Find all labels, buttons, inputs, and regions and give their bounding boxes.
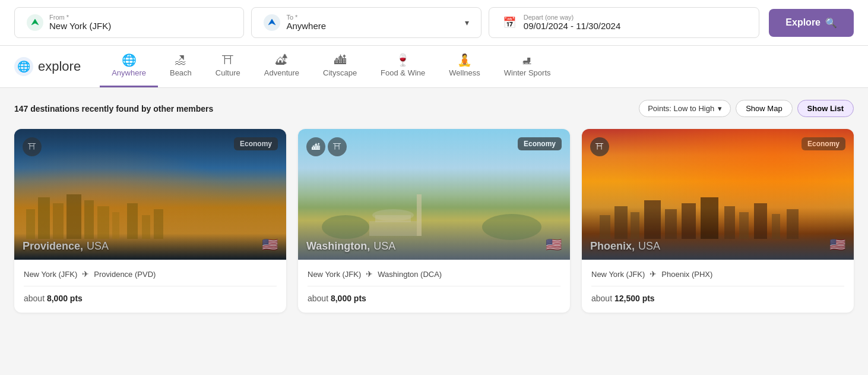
from-field[interactable]: From * New York (JFK) bbox=[14, 7, 244, 38]
anywhere-icon: 🌐 bbox=[122, 54, 137, 66]
sort-dropdown[interactable]: Points: Low to High ▾ bbox=[639, 100, 731, 117]
show-list-button[interactable]: Show List bbox=[797, 100, 854, 117]
providence-city: Providence, bbox=[23, 240, 83, 253]
explore-button[interactable]: Explore 🔍 bbox=[769, 9, 854, 37]
date-label: Depart (one way) bbox=[524, 14, 747, 21]
show-map-button[interactable]: Show Map bbox=[736, 100, 792, 117]
svg-rect-19 bbox=[600, 215, 610, 239]
tab-winter-sports[interactable]: ⛸ Winter Sports bbox=[492, 46, 563, 87]
adventure-icon: 🏕 bbox=[275, 54, 287, 66]
beach-icon: 🏖 bbox=[175, 54, 186, 66]
route-arrow-washington: ✈ bbox=[366, 269, 373, 279]
card-type-icon-washington-2: ⛩ bbox=[328, 137, 347, 156]
tab-anywhere[interactable]: 🌐 Anywhere bbox=[100, 46, 158, 87]
points-phoenix: about 12,500 pts bbox=[591, 294, 844, 303]
route-to-washington: Washington (DCA) bbox=[378, 270, 442, 279]
points-value-phoenix: 12,500 pts bbox=[614, 294, 655, 303]
card-body-phoenix: New York (JFK) ✈ Phoenix (PHX) about 12,… bbox=[582, 260, 854, 313]
tab-beach-label: Beach bbox=[170, 68, 192, 77]
tab-beach[interactable]: 🏖 Beach bbox=[158, 46, 204, 87]
route-from-phoenix: New York (JFK) bbox=[591, 270, 645, 279]
route-from-providence: New York (JFK) bbox=[24, 270, 77, 279]
card-destination-phoenix: Phoenix, USA bbox=[590, 240, 660, 253]
svg-rect-23 bbox=[665, 209, 677, 239]
svg-rect-6 bbox=[84, 200, 94, 239]
tab-food-wine[interactable]: 🍷 Food & Wine bbox=[369, 46, 437, 87]
points-providence: about 8,000 pts bbox=[24, 294, 277, 303]
svg-point-14 bbox=[322, 215, 369, 239]
route-washington: New York (JFK) ✈ Washington (DCA) bbox=[308, 269, 560, 286]
from-value: New York (JFK) bbox=[49, 21, 111, 31]
tab-anywhere-label: Anywhere bbox=[112, 68, 146, 77]
svg-rect-21 bbox=[631, 212, 639, 239]
tab-wellness[interactable]: 🧘 Wellness bbox=[437, 46, 492, 87]
cityscape-icon: 🏙 bbox=[334, 54, 346, 66]
svg-rect-8 bbox=[112, 212, 119, 239]
providence-flag: 🇺🇸 bbox=[262, 237, 278, 253]
to-content: To * Anywhere bbox=[286, 14, 454, 31]
svg-rect-10 bbox=[142, 215, 150, 239]
svg-rect-9 bbox=[127, 203, 138, 239]
route-arrow-providence: ✈ bbox=[82, 269, 89, 279]
svg-rect-22 bbox=[644, 200, 661, 239]
svg-rect-4 bbox=[53, 203, 64, 239]
svg-rect-2 bbox=[26, 209, 35, 239]
svg-marker-1 bbox=[268, 19, 275, 25]
route-from-washington: New York (JFK) bbox=[308, 270, 361, 279]
tab-cityscape[interactable]: 🏙 Cityscape bbox=[311, 46, 369, 87]
svg-rect-27 bbox=[739, 212, 749, 239]
tab-culture-label: Culture bbox=[216, 68, 240, 77]
cards-grid: ⛩ Economy Providence, USA 🇺🇸 New York (J… bbox=[14, 129, 854, 313]
card-destination-washington: Washington, USA bbox=[306, 240, 395, 253]
nav-logo: 🌐 explore bbox=[14, 48, 81, 86]
to-icon bbox=[264, 14, 280, 31]
tab-adventure-label: Adventure bbox=[264, 68, 299, 77]
card-badge-washington: Economy bbox=[518, 137, 562, 150]
route-arrow-phoenix: ✈ bbox=[650, 269, 657, 279]
svg-rect-12 bbox=[417, 194, 422, 236]
route-to-phoenix: Phoenix (PHX) bbox=[661, 270, 712, 279]
svg-rect-11 bbox=[154, 209, 163, 239]
svg-rect-29 bbox=[772, 214, 780, 239]
card-badge-providence: Economy bbox=[234, 137, 278, 150]
card-body-providence: New York (JFK) ✈ Providence (PVD) about … bbox=[14, 260, 286, 313]
route-phoenix: New York (JFK) ✈ Phoenix (PHX) bbox=[591, 269, 844, 286]
date-value: 09/01/2024 - 11/30/2024 bbox=[524, 21, 620, 31]
food-wine-icon: 🍷 bbox=[395, 54, 410, 66]
destination-card-phoenix[interactable]: ⛩ Economy Phoenix, USA 🇺🇸 New York (JFK)… bbox=[582, 129, 854, 313]
globe-icon: 🌐 bbox=[14, 57, 33, 76]
svg-rect-25 bbox=[701, 197, 718, 239]
to-field[interactable]: To * Anywhere ▾ bbox=[251, 7, 481, 38]
tab-culture[interactable]: ⛩ Culture bbox=[204, 46, 252, 87]
card-type-icon-phoenix: ⛩ bbox=[590, 137, 609, 156]
card-body-washington: New York (JFK) ✈ Washington (DCA) about … bbox=[298, 260, 570, 313]
from-label: From * bbox=[49, 14, 232, 21]
svg-rect-7 bbox=[97, 206, 109, 239]
tab-winter-sports-label: Winter Sports bbox=[504, 68, 551, 77]
points-prefix-washington: about bbox=[308, 294, 331, 303]
to-dropdown-arrow[interactable]: ▾ bbox=[465, 18, 469, 27]
card-image-phoenix: ⛩ Economy Phoenix, USA 🇺🇸 bbox=[582, 129, 854, 260]
svg-rect-24 bbox=[682, 203, 696, 239]
card-image-providence: ⛩ Economy Providence, USA 🇺🇸 bbox=[14, 129, 286, 260]
svg-rect-30 bbox=[787, 209, 799, 239]
explore-label: Explore bbox=[785, 17, 821, 28]
card-badge-phoenix: Economy bbox=[802, 137, 845, 150]
svg-rect-20 bbox=[614, 206, 628, 239]
from-content: From * New York (JFK) bbox=[49, 14, 232, 31]
destination-card-washington[interactable]: 🏙 ⛩ Economy Washington, USA 🇺🇸 New York … bbox=[298, 129, 570, 313]
tab-adventure[interactable]: 🏕 Adventure bbox=[252, 46, 311, 87]
search-bar: From * New York (JFK) To * Anywhere ▾ 📅 … bbox=[0, 0, 868, 46]
tab-food-wine-label: Food & Wine bbox=[381, 68, 425, 77]
calendar-icon: 📅 bbox=[501, 14, 518, 31]
date-field[interactable]: 📅 Depart (one way) 09/01/2024 - 11/30/20… bbox=[489, 7, 760, 38]
results-controls: Points: Low to High ▾ Show Map Show List bbox=[639, 100, 854, 117]
destination-card-providence[interactable]: ⛩ Economy Providence, USA 🇺🇸 New York (J… bbox=[14, 129, 286, 313]
to-value: Anywhere bbox=[286, 21, 326, 31]
svg-rect-28 bbox=[754, 203, 767, 239]
tab-cityscape-label: Cityscape bbox=[323, 68, 357, 77]
svg-point-15 bbox=[482, 214, 541, 240]
card-destination-providence: Providence, USA bbox=[23, 240, 109, 253]
search-icon: 🔍 bbox=[825, 17, 837, 29]
phoenix-city: Phoenix, bbox=[590, 240, 635, 253]
